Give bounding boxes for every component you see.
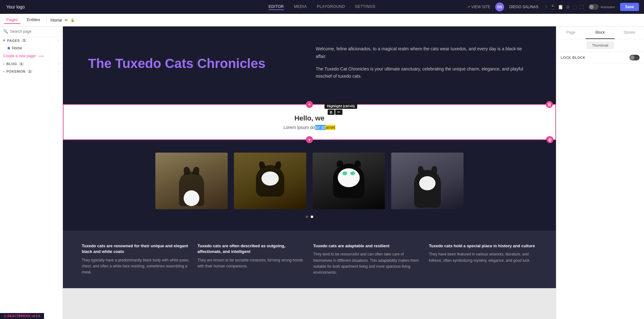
info-card-1: Tuxedo cats are renowned for their uniqu…	[82, 243, 190, 276]
mobile-icon[interactable]: 📱	[550, 4, 555, 9]
search-input[interactable]	[10, 29, 59, 34]
toggle-knob	[589, 5, 594, 9]
external-link-icon: ↗	[467, 5, 470, 9]
autosave-toggle[interactable]: Autosave	[589, 4, 615, 10]
lorem-before: Lorem ipsum do	[284, 125, 315, 130]
info-card-3-body: They tend to be resourceful and can ofte…	[313, 251, 421, 276]
right-sidebar-tabs: Page Block Stories	[556, 26, 644, 39]
rb-logo: ⬡ REACTBRICKS v4.0.6	[4, 314, 40, 318]
right-sidebar: Page Block Stories Thumbnail LOCK BLOCK	[556, 26, 644, 319]
chevron-right-icon2: ›	[3, 70, 4, 73]
widescreen-icon[interactable]: ⬚	[573, 4, 577, 9]
main-layout: 🔍 ▾ PAGES 1 ↑ Home Create a new page! ⟶ …	[0, 26, 644, 319]
blog-section-title: › BLOG 1	[3, 62, 24, 66]
info-card-2-body: They are known to be sociable creatures,…	[197, 257, 306, 269]
highlight-button[interactable]: ✏	[335, 109, 342, 115]
create-page-button[interactable]: Create a new page! ⟶	[0, 52, 63, 60]
footer-bar: ⬡ REACTBRICKS v4.0.6	[0, 313, 44, 319]
format-toolbar: B ✏	[328, 109, 342, 115]
autosave-label: Autosave	[601, 5, 615, 9]
info-section: Tuxedo cats are renowned for their uniqu…	[63, 231, 556, 288]
tab-separator	[47, 17, 47, 23]
left-sidebar: 🔍 ▾ PAGES 1 ↑ Home Create a new page! ⟶ …	[0, 26, 63, 319]
search-box: 🔍	[0, 26, 63, 36]
nav-media[interactable]: MEDIA	[294, 4, 307, 10]
gallery-add-button[interactable]: +	[306, 136, 313, 143]
carousel-dot-1[interactable]	[306, 215, 308, 218]
lock-block-toggle[interactable]	[630, 55, 640, 60]
tablet-icon[interactable]: 📋	[558, 4, 563, 9]
save-button[interactable]: Save	[620, 3, 639, 11]
export-icon[interactable]: ↑	[58, 39, 60, 42]
lock-block-label: LOCK BLOCK	[561, 56, 586, 59]
selected-block-container: ▲ ▼ + 🗑 Hello, we Highlight (ctrl+h) B	[63, 104, 556, 140]
blog-count: 1	[19, 62, 24, 66]
lock-block-row: LOCK BLOCK	[556, 52, 644, 64]
tab-entities[interactable]: Entities	[24, 16, 43, 24]
info-card-2-title: Tuxedo cats are often described as outgo…	[197, 243, 306, 255]
blog-section-header[interactable]: › BLOG 1 ↑	[0, 60, 63, 68]
pages-section-header[interactable]: ▾ PAGES 1 ↑	[0, 36, 63, 44]
nav-center: EDITOR MEDIA PLAYGROUND SETTINGS	[269, 4, 375, 10]
info-card-4-body: They have been featured in various artwo…	[429, 251, 537, 263]
right-tab-block[interactable]: Block	[586, 26, 615, 39]
cat-image-1-placeholder	[155, 153, 228, 209]
pokemon-export-icon[interactable]: ↑	[58, 70, 60, 73]
nav-right: ↗ VIEW SITE DS DIEGO SALINAS ☽ 📱 📋 🖥 ⬚ ⛶…	[467, 3, 644, 11]
hero-right: Welcome, feline aficionados, to a magica…	[316, 45, 531, 85]
device-icons: ☽ 📱 📋 🖥 ⬚ ⛶	[543, 4, 584, 9]
canvas-scroll[interactable]: The Tuxedo Cats Chronicles Welcome, feli…	[63, 26, 556, 319]
info-card-1-title: Tuxedo cats are renowned for their uniqu…	[82, 243, 190, 255]
tab-pages[interactable]: Pages	[4, 16, 20, 24]
pokemon-section-title: › POKEMON 1	[3, 70, 32, 73]
search-icon: 🔍	[3, 29, 8, 34]
gallery-image-3	[313, 153, 385, 209]
pokemon-count: 1	[27, 70, 32, 73]
blog-export-icon[interactable]: ↑	[58, 62, 60, 66]
gallery-image-1	[155, 153, 228, 209]
sidebar-item-home[interactable]: Home	[0, 44, 63, 52]
desktop-icon[interactable]: 🖥	[566, 4, 570, 9]
pokemon-section-header[interactable]: › POKEMON 1 ↑	[0, 68, 63, 75]
cat-image-2-placeholder	[234, 153, 306, 209]
lock-icon[interactable]: 🔒	[70, 18, 75, 22]
edit-icon[interactable]: ✏	[65, 18, 68, 22]
user-avatar: DS	[495, 3, 504, 11]
bold-button[interactable]: B	[328, 109, 335, 115]
content-area: The Tuxedo Cats Chronicles Welcome, feli…	[63, 26, 556, 319]
rb-icon: ⬡	[4, 314, 7, 318]
selected-block[interactable]: ▲ ▼ + 🗑 Hello, we Highlight (ctrl+h) B	[63, 104, 556, 140]
view-site-button[interactable]: ↗ VIEW SITE	[467, 5, 491, 9]
info-card-3-title: Tuxedo cats are adaptable and resilient	[313, 243, 421, 249]
right-tab-page[interactable]: Page	[556, 26, 586, 39]
dark-mode-icon[interactable]: ☽	[543, 4, 547, 9]
carousel-dots	[82, 215, 537, 218]
lorem-text-container: Lorem ipsum dolor sitamet	[70, 125, 549, 130]
nav-editor[interactable]: EDITOR	[269, 4, 284, 10]
page-title-bar: Home ✏ 🔒	[51, 18, 75, 23]
gallery-image-2	[234, 153, 306, 209]
right-tab-stories[interactable]: Stories	[615, 26, 644, 39]
arrow-icon: ⟶	[38, 54, 43, 58]
hero-section: The Tuxedo Cats Chronicles Welcome, feli…	[63, 26, 556, 104]
thumbnail-button[interactable]: Thumbnail	[587, 42, 613, 49]
add-block-top-button[interactable]: +	[306, 101, 313, 108]
nav-playground[interactable]: PLAYGROUND	[317, 4, 345, 10]
cat-image-3-placeholder	[313, 153, 385, 209]
top-navigation: Your logo EDITOR MEDIA PLAYGROUND SETTIN…	[0, 0, 644, 14]
gallery-grid	[82, 153, 537, 209]
lorem-highlighted: amet	[325, 125, 335, 130]
lock-toggle-knob	[630, 55, 635, 60]
tooltip-popup: Highlight (ctrl+h)	[325, 103, 357, 109]
pages-count: 1	[22, 39, 27, 42]
gallery-delete-button[interactable]: 🗑	[547, 136, 553, 143]
fullscreen-icon[interactable]: ⛶	[579, 4, 584, 9]
delete-block-button[interactable]: 🗑	[546, 101, 553, 108]
user-name: DIEGO SALINAS	[509, 5, 538, 9]
carousel-dot-2[interactable]	[311, 215, 313, 218]
create-page-label: Create a new page!	[3, 54, 36, 58]
nav-settings[interactable]: SETTINGS	[355, 4, 375, 10]
autosave-switch[interactable]	[589, 4, 599, 10]
hero-body2: The Tuxedo Cat Chronicles is your ultima…	[316, 65, 531, 81]
app-logo: Your logo	[0, 4, 31, 9]
